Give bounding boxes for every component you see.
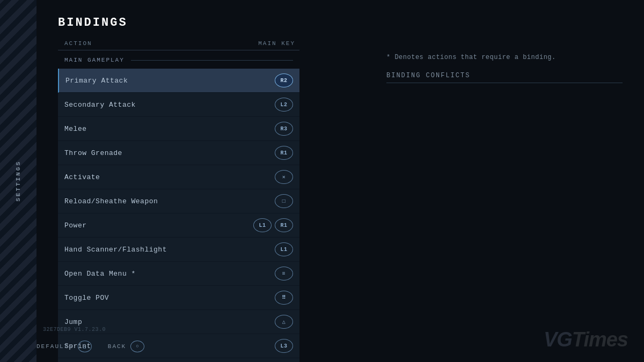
binding-row[interactable]: Sneak○ [58,358,299,362]
binding-row[interactable]: Primary AttackR2 [58,69,299,93]
key-badges: △ [275,315,293,329]
key-badges: R1 [275,146,293,160]
key-badges: R2 [275,73,293,87]
column-headers: ACTION MAIN KEY [58,40,299,50]
binding-conflicts-title: BINDING CONFLICTS [386,72,623,83]
binding-row[interactable]: Toggle POV⠿ [58,286,299,310]
binding-row[interactable]: MeleeR3 [58,117,299,141]
binding-row[interactable]: Secondary AttackL2 [58,93,299,117]
bottom-action[interactable]: BACK○ [108,341,144,352]
binding-row[interactable]: Activate✕ [58,165,299,189]
bottom-actions: DEFAULTS△BACK○ [36,341,144,352]
binding-row[interactable]: Open Data Menu *≡ [58,262,299,286]
bottom-action-label: BACK [108,343,126,350]
action-name: Toggle POV [64,294,109,302]
bindings-panel: ACTION MAIN KEY MAIN GAMEPLAY Primary At… [58,40,299,362]
binding-row[interactable]: Hand Scanner/FlashlightL1 [58,238,299,262]
times-text: Times [572,328,628,351]
key-badges: L2 [275,98,293,112]
action-column-header: ACTION [64,40,92,47]
page-title: BINDINGS [58,16,623,29]
action-name: Jump [64,318,82,326]
action-name: Power [64,221,87,230]
key-badge: L1 [275,242,293,256]
vgtimes-watermark: VGTimes [544,328,628,351]
binding-row[interactable]: PowerL1R1 [58,213,299,238]
settings-vertical-label: SETTINGS [15,160,21,202]
bottom-action-key: △ [78,341,92,352]
bottom-bar: DEFAULTS△BACK○ [36,341,623,352]
key-badge: □ [275,194,293,208]
key-badge: ≡ [275,267,293,280]
right-panel: * Denotes actions that require a binding… [386,54,623,83]
binding-row[interactable]: Throw GrenadeR1 [58,141,299,165]
key-badges: □ [275,194,293,208]
bindings-list: Primary AttackR2Secondary AttackL2MeleeR… [58,69,299,362]
action-name: Activate [64,173,100,181]
binding-row[interactable]: Reload/Sheathe Weapon□ [58,189,299,213]
action-name: Reload/Sheathe Weapon [64,197,158,205]
bottom-action-key: ○ [130,341,144,352]
key-badges: ≡ [275,267,293,280]
key-badge: △ [275,315,293,329]
action-name: Melee [64,125,87,133]
key-badge: R2 [275,73,293,87]
denotes-text: * Denotes actions that require a binding… [386,54,623,61]
bottom-action[interactable]: DEFAULTS△ [36,341,92,352]
key-badges: R3 [275,122,293,136]
action-name: Secondary Attack [64,101,136,109]
key-badge: R1 [275,146,293,160]
key-badges: L1 [275,242,293,256]
vg-text: VG [544,328,572,351]
action-name: Primary Attack [65,77,128,85]
bottom-action-label: DEFAULTS [36,343,74,350]
key-badge: R1 [275,218,293,232]
key-badge: ⠿ [275,291,293,305]
key-badges: ⠿ [275,291,293,305]
main-key-column-header: MAIN KEY [258,40,295,47]
key-badge: L1 [253,218,272,232]
key-badge: ✕ [275,170,293,184]
action-name: Throw Grenade [64,149,122,157]
key-badges: ✕ [275,170,293,184]
key-badge: L2 [275,98,293,112]
action-name: Hand Scanner/Flashlight [64,246,167,254]
settings-sidebar: SETTINGS [0,0,36,362]
action-name: Open Data Menu * [64,270,136,278]
key-badge: R3 [275,122,293,136]
version-text: 32E7DEB9 V1.7.23.0 [43,327,106,333]
key-badges: L1R1 [253,218,293,232]
section-main-gameplay: MAIN GAMEPLAY [58,53,299,68]
